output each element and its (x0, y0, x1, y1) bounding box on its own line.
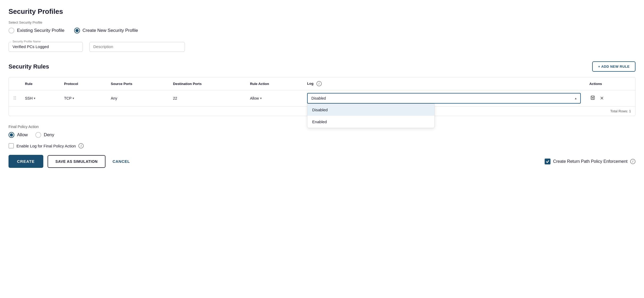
enable-log-info-icon[interactable]: i (78, 143, 84, 148)
create-button[interactable]: CREATE (9, 155, 43, 168)
create-new-profile-label: Create New Security Profile (83, 28, 138, 33)
table-row: ⠿ SSH ▾ TCP ▾ (9, 90, 635, 107)
description-input[interactable] (93, 44, 181, 49)
col-destination-ports: Destination Ports (169, 77, 246, 90)
actions-cell: ✕ (585, 90, 635, 107)
create-new-profile-option[interactable]: Create New Security Profile (74, 28, 138, 33)
deny-label: Deny (44, 132, 54, 138)
return-path-label: Create Return Path Policy Enforcement (553, 159, 628, 164)
col-actions: Actions (585, 77, 635, 90)
col-log: Log i (303, 77, 585, 90)
drag-handle-icon[interactable]: ⠿ (13, 96, 16, 101)
bottom-bar: CREATE SAVE AS SIMULATION CANCEL Create … (9, 155, 635, 168)
table-header-row: Rule Protocol Source Ports Destination P… (9, 77, 635, 90)
rule-cell: SSH ▾ (21, 90, 60, 107)
log-option-enabled[interactable]: Enabled (307, 116, 434, 128)
protocol-select[interactable]: TCP (64, 96, 71, 100)
log-dropdown-container: Disabled ▴ Disabled Enabled (307, 93, 581, 104)
drag-handle-cell: ⠿ (9, 90, 21, 107)
log-dropdown-menu: Disabled Enabled (307, 104, 435, 128)
cancel-button[interactable]: CANCEL (110, 155, 133, 167)
log-chevron-icon: ▴ (575, 96, 577, 100)
return-path-info-icon[interactable]: i (630, 159, 635, 164)
existing-profile-label: Existing Security Profile (17, 28, 65, 33)
security-profile-radio-group: Existing Security Profile Create New Sec… (9, 28, 635, 33)
security-rules-table-wrap: Rule Protocol Source Ports Destination P… (9, 77, 635, 116)
existing-profile-option[interactable]: Existing Security Profile (9, 28, 65, 33)
col-rule: Rule (21, 77, 60, 90)
rule-chevron-icon: ▾ (34, 96, 35, 100)
create-new-profile-radio[interactable] (74, 28, 80, 33)
protocol-cell: TCP ▾ (60, 90, 107, 107)
col-rule-action: Rule Action (246, 77, 303, 90)
svg-rect-1 (592, 96, 594, 97)
log-cell: Disabled ▴ Disabled Enabled (303, 90, 585, 107)
save-simulation-button[interactable]: SAVE AS SIMULATION (48, 155, 106, 168)
destination-ports-cell: 22 (169, 90, 246, 107)
protocol-chevron-icon: ▾ (73, 96, 74, 100)
page-title: Security Profiles (9, 7, 635, 16)
profile-name-input[interactable] (12, 44, 79, 49)
enable-log-row: Enable Log for Final Policy Action i (9, 143, 635, 148)
add-new-rule-button[interactable]: + ADD NEW RULE (592, 61, 635, 72)
delete-row-button[interactable]: ✕ (599, 94, 605, 102)
final-policy-section: Final Policy Action Allow Deny Enable Lo… (9, 125, 635, 148)
svg-rect-2 (592, 98, 594, 99)
allow-option[interactable]: Allow (9, 132, 28, 138)
description-field-wrap (89, 42, 185, 52)
col-drag (9, 77, 21, 90)
security-rules-title: Security Rules (9, 63, 49, 70)
bottom-right-actions: Create Return Path Policy Enforcement i (545, 159, 635, 164)
save-row-button[interactable] (589, 94, 596, 103)
deny-option[interactable]: Deny (35, 132, 54, 138)
log-dropdown-trigger[interactable]: Disabled ▴ (307, 93, 581, 104)
enable-log-label: Enable Log for Final Policy Action (16, 144, 76, 148)
log-info-icon[interactable]: i (316, 81, 322, 86)
rule-action-cell: Allow Deny ▾ (246, 90, 303, 107)
final-policy-radio-group: Allow Deny (9, 132, 635, 138)
log-selected-value: Disabled (311, 96, 326, 100)
security-rules-table: Rule Protocol Source Ports Destination P… (9, 77, 635, 106)
select-security-profile-label: Select Security Profile (9, 20, 635, 24)
col-protocol: Protocol (60, 77, 107, 90)
return-path-checkbox[interactable] (545, 159, 550, 164)
rule-select[interactable]: SSH (25, 96, 33, 100)
profile-name-field-wrap: Security Profile Name (9, 42, 83, 52)
bottom-left-actions: CREATE SAVE AS SIMULATION CANCEL (9, 155, 133, 168)
allow-label: Allow (17, 132, 28, 138)
rule-action-chevron-icon: ▾ (260, 96, 262, 100)
enable-log-checkbox[interactable] (9, 143, 14, 148)
existing-profile-radio[interactable] (9, 28, 14, 33)
col-source-ports: Source Ports (107, 77, 169, 90)
deny-radio[interactable] (35, 132, 41, 138)
profile-name-label: Security Profile Name (11, 40, 42, 43)
allow-radio[interactable] (9, 132, 14, 138)
rule-action-select[interactable]: Allow Deny (250, 96, 259, 100)
log-option-disabled[interactable]: Disabled (307, 104, 434, 116)
security-rules-header: Security Rules + ADD NEW RULE (9, 61, 635, 72)
source-ports-cell: Any (107, 90, 169, 107)
profile-form-row: Security Profile Name (9, 42, 635, 52)
